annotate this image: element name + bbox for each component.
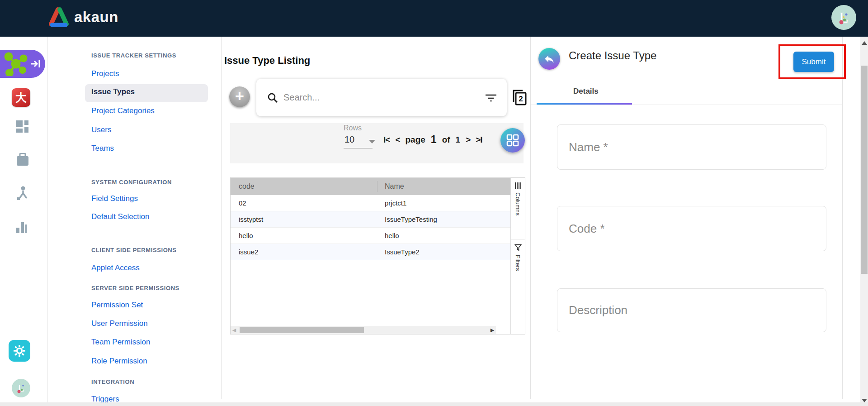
last-page-button[interactable]: >I: [476, 135, 482, 145]
menu-section-client-side-permissions: CLIENT SIDE PERMISSIONS: [91, 247, 177, 253]
dashboard-icon[interactable]: [16, 120, 28, 133]
create-issue-type-panel: Create Issue Type Submit Details: [530, 37, 843, 399]
molecule-icon: [4, 52, 28, 76]
columns-tab-label: Columns: [514, 192, 521, 215]
current-page-number: 1: [431, 134, 437, 146]
horizontal-scrollbar[interactable]: ◀ ▶: [231, 326, 496, 334]
of-word: of: [442, 135, 450, 145]
table-side-tabs: Columns Filters: [510, 178, 525, 334]
settings-gear-button[interactable]: [9, 340, 30, 362]
table-row[interactable]: 02 prjctct1: [231, 195, 510, 211]
name-field[interactable]: [557, 124, 826, 170]
table-row[interactable]: isstyptst IssueTypeTesting: [231, 211, 510, 228]
rows-select-underline: [344, 148, 373, 148]
menu-item-applet-access[interactable]: Applet Access: [91, 263, 140, 272]
settings-menu-panel: ISSUE TRACKER SETTINGS Projects Issue Ty…: [48, 37, 221, 406]
brand-logo: akaun: [48, 6, 118, 28]
bar-chart-icon[interactable]: [16, 220, 27, 234]
briefcase-icon[interactable]: [16, 153, 29, 167]
panel-title: Create Issue Type: [569, 49, 656, 62]
vertical-scroll-thumb[interactable]: [861, 66, 868, 274]
menu-section-integration: INTEGRATION: [91, 378, 134, 385]
menu-section-issue-tracker-settings: ISSUE TRACKER SETTINGS: [91, 52, 176, 59]
menu-item-user-permission[interactable]: User Permission: [91, 319, 148, 328]
tab-divider: [531, 105, 843, 105]
code-field[interactable]: [557, 206, 826, 251]
table-header-row: code Name: [231, 178, 510, 195]
back-button[interactable]: [538, 48, 560, 70]
chevron-down-icon[interactable]: [369, 140, 375, 143]
brand-name: akaun: [74, 9, 118, 26]
menu-item-default-selection[interactable]: Default Selection: [91, 212, 150, 221]
menu-item-team-permission[interactable]: Team Permission: [91, 338, 150, 347]
pagination-controls: I< < page 1 of 1 > >I: [383, 134, 482, 146]
duplicate-pages-icon[interactable]: 2: [511, 89, 528, 106]
menu-item-field-settings[interactable]: Field Settings: [91, 194, 138, 203]
cell-code[interactable]: isstyptst: [231, 215, 377, 223]
total-pages-number: 1: [456, 135, 461, 145]
listing-title: Issue Type Listing: [224, 55, 310, 67]
login-arrow-icon: [30, 58, 42, 69]
issue-type-table: code Name 02 prjctct1 isstyptst IssueTyp…: [230, 177, 525, 334]
menu-item-role-permission[interactable]: Role Permission: [91, 357, 147, 366]
search-icon: [267, 92, 278, 103]
menu-section-server-side-permissions: SERVER SIDE PERMISSIONS: [91, 285, 179, 291]
rows-per-page-select[interactable]: 10: [344, 134, 354, 145]
cell-code[interactable]: 02: [231, 199, 377, 207]
user-avatar[interactable]: L: [831, 5, 856, 30]
top-bar: akaun L: [0, 0, 868, 37]
filters-tab-label: Filters: [514, 255, 521, 271]
scroll-down-arrow-icon[interactable]: [862, 399, 867, 402]
cell-name[interactable]: prjctct1: [377, 199, 510, 207]
avatar-flower-decoration: [12, 379, 30, 397]
filters-tab[interactable]: Filters: [511, 239, 525, 271]
add-issue-type-button[interactable]: +: [229, 86, 250, 107]
submit-button[interactable]: Submit: [793, 52, 834, 72]
cell-name[interactable]: hello: [377, 232, 510, 239]
page-word: page: [405, 135, 425, 145]
table-row[interactable]: issue2 IssueType2: [231, 244, 510, 260]
cell-code[interactable]: hello: [231, 232, 377, 239]
table-main: code Name 02 prjctct1 isstyptst IssueTyp…: [231, 178, 510, 334]
menu-section-system-configuration: SYSTEM CONFIGURATION: [91, 179, 172, 186]
filter-funnel-icon: [514, 244, 522, 251]
app-window: akaun L: [0, 0, 868, 406]
person-icon[interactable]: [16, 186, 29, 201]
description-field[interactable]: [557, 288, 826, 332]
scroll-left-arrow-icon[interactable]: ◀: [231, 327, 238, 333]
profile-avatar[interactable]: L: [12, 379, 30, 397]
tab-details[interactable]: Details: [573, 87, 599, 96]
search-input[interactable]: [283, 92, 485, 103]
svg-text:2: 2: [519, 95, 523, 103]
menu-item-project-categories[interactable]: Project Categories: [91, 106, 155, 115]
table-row[interactable]: hello hello: [231, 228, 510, 244]
menu-item-teams[interactable]: Teams: [91, 144, 114, 153]
columns-tab[interactable]: Columns: [511, 178, 525, 239]
red-app-icon[interactable]: 大: [12, 88, 30, 107]
column-header-name[interactable]: Name: [377, 182, 510, 191]
menu-item-permission-set[interactable]: Permission Set: [91, 301, 143, 310]
scroll-up-arrow-icon[interactable]: [862, 41, 867, 45]
scroll-right-arrow-icon[interactable]: ▶: [489, 327, 496, 333]
rows-per-page-label: Rows: [344, 124, 362, 132]
vertical-scrollbar[interactable]: [860, 37, 868, 406]
first-page-button[interactable]: I<: [383, 135, 390, 145]
gear-icon: [13, 344, 26, 357]
menu-item-users[interactable]: Users: [91, 125, 111, 134]
avatar-flower-decoration: [831, 5, 856, 30]
cell-name[interactable]: IssueTypeTesting: [377, 215, 510, 223]
app-rail: 大: [0, 37, 48, 406]
filter-sort-icon[interactable]: [485, 93, 497, 102]
bottom-scroll-strip: [0, 402, 868, 406]
cell-code[interactable]: issue2: [231, 248, 377, 256]
next-page-button[interactable]: >: [466, 135, 470, 145]
grid-view-icon: [506, 134, 519, 147]
horizontal-scroll-thumb[interactable]: [240, 327, 364, 333]
column-header-code[interactable]: code: [231, 181, 377, 192]
rail-item-issue-tracker-active[interactable]: [0, 50, 45, 78]
grid-view-button[interactable]: [500, 128, 525, 153]
previous-page-button[interactable]: <: [395, 135, 400, 145]
menu-item-projects[interactable]: Projects: [91, 69, 119, 78]
cell-name[interactable]: IssueType2: [377, 248, 510, 256]
menu-item-issue-types[interactable]: Issue Types: [91, 87, 135, 96]
